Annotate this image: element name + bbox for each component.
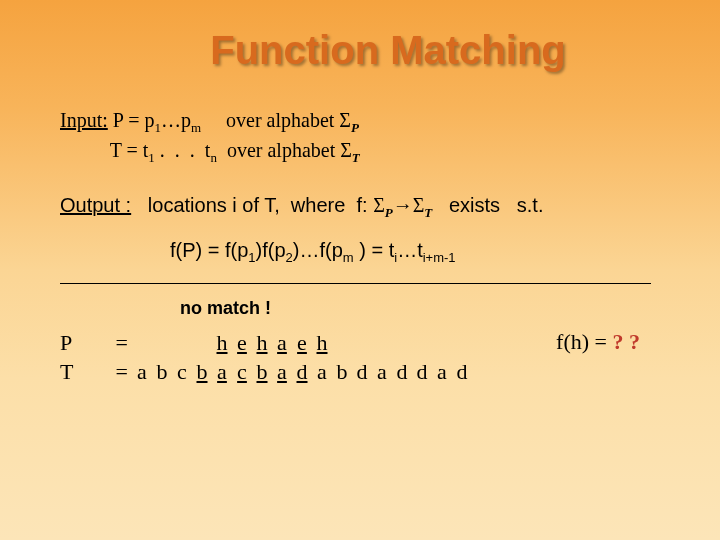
pattern-cell: e — [232, 329, 252, 358]
text-cell: b — [332, 358, 352, 387]
text-cell: a — [372, 358, 392, 387]
pattern-cell-empty — [192, 329, 212, 358]
text-cell: a — [132, 358, 152, 387]
input-line2: T = t1 . . . tn over alphabet ΣT — [60, 137, 360, 167]
output-block: Output : locations i of T, where f: ΣP→Σ… — [60, 194, 676, 221]
text-cell: d — [452, 358, 472, 387]
pattern-cell-empty — [152, 329, 172, 358]
text-cell: d — [392, 358, 412, 387]
text-row: T= abcbacbadabdaddad — [60, 358, 676, 387]
input-block: Input: P = p1…pm over alphabet ΣP T = t1… — [60, 107, 676, 166]
text-cell: a — [312, 358, 332, 387]
pattern-cell-empty — [172, 329, 192, 358]
pattern-cell: h — [312, 329, 332, 358]
input-line1: P = p1…pm over alphabet ΣP — [108, 107, 359, 137]
text-cell: a — [212, 358, 232, 387]
text-cell: a — [272, 358, 292, 387]
text-cell: b — [152, 358, 172, 387]
input-label: Input: — [60, 107, 108, 134]
pattern-cell: h — [252, 329, 272, 358]
pattern-cell: e — [292, 329, 312, 358]
no-match-label: no match ! — [180, 298, 676, 319]
page-title: Function Matching — [60, 28, 676, 73]
fp-equation: f(P) = f(p1)f(p2)…f(pm ) = ti…ti+m-1 — [170, 239, 676, 265]
pattern-cell: a — [272, 329, 292, 358]
pattern-cell-empty — [132, 329, 152, 358]
text-cell: d — [412, 358, 432, 387]
text-cell: c — [232, 358, 252, 387]
fh-equation: f(h) = ? ? — [556, 329, 640, 355]
output-label: Output : — [60, 194, 131, 216]
text-cell: b — [192, 358, 212, 387]
sequence-table: f(h) = ? ? P= hehaeh T= abcbacbadabdadda… — [60, 329, 676, 386]
divider — [60, 283, 651, 284]
text-cell: b — [252, 358, 272, 387]
text-cell: d — [352, 358, 372, 387]
text-cell: a — [432, 358, 452, 387]
text-cell: d — [292, 358, 312, 387]
text-cell: c — [172, 358, 192, 387]
pattern-cell: h — [212, 329, 232, 358]
